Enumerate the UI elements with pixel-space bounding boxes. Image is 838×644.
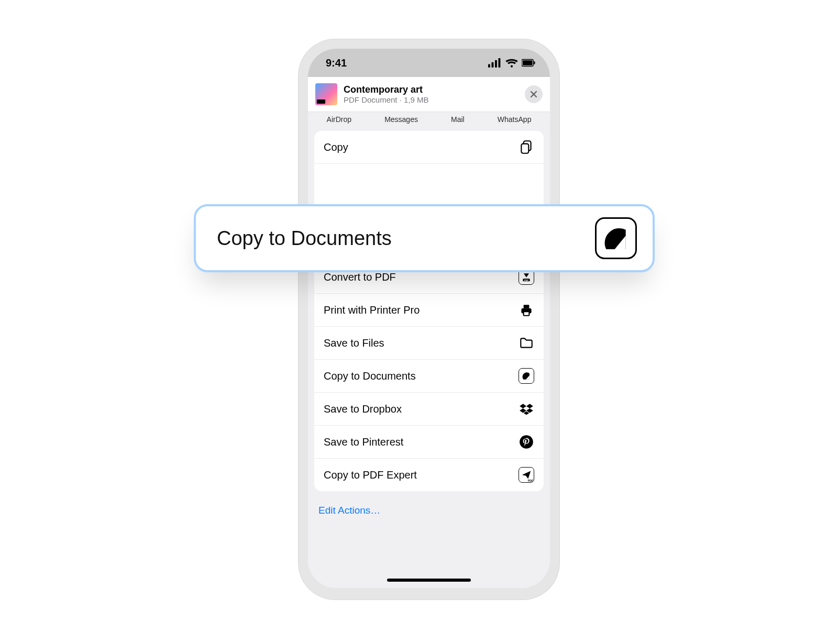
dropbox-icon (519, 401, 534, 417)
wifi-icon (505, 56, 519, 70)
svg-rect-3 (499, 58, 501, 68)
action-copy-documents-label: Copy to Documents (324, 370, 416, 382)
svg-rect-16 (524, 312, 530, 316)
cellular-icon (488, 56, 502, 70)
svg-rect-5 (523, 60, 533, 65)
action-copy-documents[interactable]: Copy to Documents (314, 360, 544, 393)
close-button[interactable] (525, 85, 543, 103)
actions-group-1: Copy (314, 131, 544, 216)
action-save-pinterest-label: Save to Pinterest (324, 436, 403, 448)
pinterest-icon (519, 434, 534, 450)
battery-icon (522, 56, 535, 70)
pdf-expert-icon: PDF (519, 467, 534, 483)
svg-rect-8 (521, 144, 528, 153)
svg-text:PDF: PDF (524, 279, 529, 282)
svg-rect-1 (492, 62, 494, 68)
document-subtitle: PDF Document · 1,9 MB (344, 95, 429, 104)
document-title: Contemporary art (344, 84, 429, 95)
action-save-files-label: Save to Files (324, 337, 384, 349)
svg-point-17 (520, 435, 533, 449)
copy-icon (519, 139, 534, 155)
svg-rect-0 (488, 64, 490, 68)
documents-app-icon (519, 368, 534, 384)
documents-app-icon-large (595, 217, 637, 259)
actions-scroll-area[interactable]: Copy Print Convert to PDF (308, 131, 550, 588)
close-icon (530, 91, 537, 98)
share-target-airdrop[interactable]: AirDrop (327, 115, 351, 124)
share-target-whatsapp[interactable]: WhatsApp (498, 115, 532, 124)
document-info: Contemporary art PDF Document · 1,9 MB (344, 84, 429, 104)
action-copy-pdf-expert-label: Copy to PDF Expert (324, 469, 417, 481)
callout-copy-to-documents: Copy to Documents (194, 204, 655, 272)
callout-label: Copy to Documents (217, 227, 392, 250)
svg-rect-2 (495, 60, 497, 68)
status-bar: 9:41 (308, 49, 550, 77)
phone-mockup: 9:41 Contemporary art PDF Document · 1,9… (299, 39, 559, 599)
edit-actions-link[interactable]: Edit Actions… (314, 503, 544, 516)
action-print-pro[interactable]: Print with Printer Pro (314, 294, 544, 327)
printer-pro-icon (519, 302, 534, 318)
share-sheet-header: Contemporary art PDF Document · 1,9 MB (308, 77, 550, 112)
action-print-pro-label: Print with Printer Pro (324, 304, 420, 316)
share-targets-row: AirDrop Messages Mail WhatsApp (308, 112, 550, 131)
svg-rect-6 (534, 61, 535, 64)
action-copy-label: Copy (324, 141, 348, 153)
action-save-dropbox-label: Save to Dropbox (324, 403, 402, 415)
action-save-files[interactable]: Save to Files (314, 327, 544, 360)
home-indicator[interactable] (387, 579, 471, 582)
action-copy[interactable]: Copy (314, 131, 544, 164)
action-convert-pdf-label: Convert to PDF (324, 271, 396, 283)
document-thumbnail (315, 83, 337, 105)
status-icons (488, 56, 535, 70)
share-target-messages[interactable]: Messages (384, 115, 418, 124)
action-save-dropbox[interactable]: Save to Dropbox (314, 393, 544, 426)
status-time: 9:41 (326, 57, 347, 69)
svg-rect-15 (524, 305, 530, 308)
action-copy-pdf-expert[interactable]: Copy to PDF Expert PDF (314, 459, 544, 491)
share-target-mail[interactable]: Mail (451, 115, 465, 124)
action-save-pinterest[interactable]: Save to Pinterest (314, 426, 544, 459)
folder-icon (519, 335, 534, 351)
phone-screen: 9:41 Contemporary art PDF Document · 1,9… (308, 49, 550, 588)
